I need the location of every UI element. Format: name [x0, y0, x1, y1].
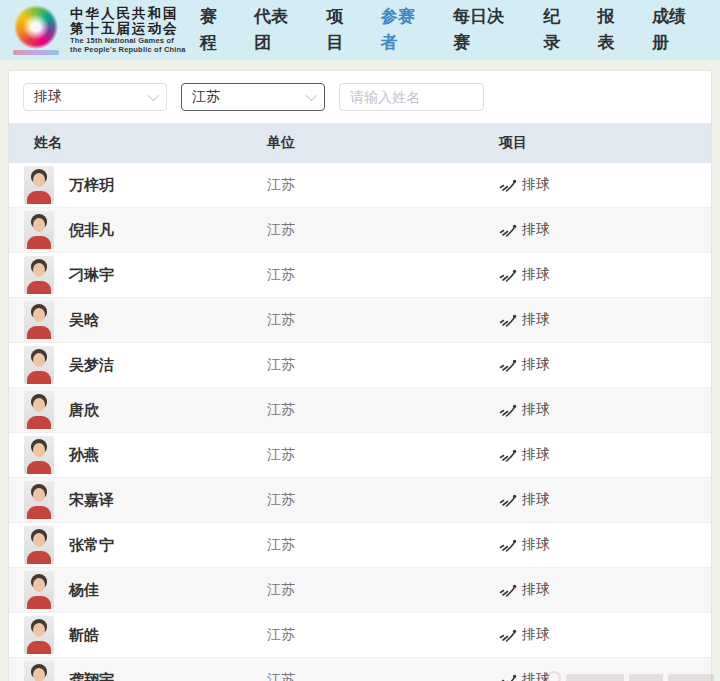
event-label: 排球	[522, 176, 550, 194]
nav-item-reports[interactable]: 报表	[598, 4, 618, 57]
chevron-down-icon	[306, 90, 317, 101]
table-row[interactable]: 靳皓 江苏 排球	[9, 613, 711, 658]
event-cell: 排球	[499, 536, 711, 554]
athlete-cell: 刁琳宇	[24, 256, 267, 294]
event-label: 排球	[522, 401, 550, 419]
table-row[interactable]: 吴梦洁 江苏 排球	[9, 343, 711, 388]
athlete-photo	[24, 616, 54, 654]
volleyball-icon	[499, 403, 517, 418]
table-row[interactable]: 倪非凡 江苏 排球	[9, 208, 711, 253]
athlete-name: 吴晗	[69, 311, 99, 330]
table-row[interactable]: 宋嘉译 江苏 排球	[9, 478, 711, 523]
table-header: 姓名 单位 项目	[9, 123, 711, 163]
table-row[interactable]: 孙燕 江苏 排球	[9, 433, 711, 478]
nav-item-participants[interactable]: 参赛者	[381, 4, 419, 57]
athlete-photo	[24, 391, 54, 429]
athlete-cell: 万梓玥	[24, 166, 267, 204]
volleyball-icon	[499, 628, 517, 643]
event-label: 排球	[522, 671, 550, 681]
table-row[interactable]: 唐欣 江苏 排球	[9, 388, 711, 433]
unit-cell: 江苏	[267, 446, 499, 464]
event-cell: 排球	[499, 671, 711, 681]
unit-cell: 江苏	[267, 311, 499, 329]
athlete-name: 靳皓	[69, 626, 99, 645]
event-label: 排球	[522, 221, 550, 239]
athlete-cell: 吴晗	[24, 301, 267, 339]
nav-item-records[interactable]: 纪录	[543, 4, 563, 57]
table-row[interactable]: 张常宁 江苏 排球	[9, 523, 711, 568]
athlete-photo	[24, 301, 54, 339]
athlete-photo	[24, 211, 54, 249]
athlete-photo	[24, 436, 54, 474]
athlete-photo	[24, 256, 54, 294]
nav-item-results-book[interactable]: 成绩册	[652, 4, 690, 57]
athlete-photo	[24, 526, 54, 564]
event-cell: 排球	[499, 401, 711, 419]
games-emblem-caption	[13, 50, 59, 55]
unit-cell: 江苏	[267, 401, 499, 419]
content-panel: 排球 江苏 姓名 单位 项目 万梓玥 江苏 排球	[8, 70, 712, 681]
athlete-photo	[24, 661, 54, 681]
unit-cell: 江苏	[267, 356, 499, 374]
nav-item-daily-finals[interactable]: 每日决赛	[453, 4, 509, 57]
volleyball-icon	[499, 448, 517, 463]
athlete-cell: 倪非凡	[24, 211, 267, 249]
athlete-name: 孙燕	[69, 446, 99, 465]
volleyball-icon	[499, 178, 517, 193]
column-header-event: 项目	[499, 134, 711, 152]
event-cell: 排球	[499, 176, 711, 194]
event-cell: 排球	[499, 221, 711, 239]
top-header: 中华人民共和国 第十五届运动会 The 15th National Games …	[0, 0, 720, 60]
volleyball-icon	[499, 538, 517, 553]
athlete-cell: 靳皓	[24, 616, 267, 654]
volleyball-icon	[499, 313, 517, 328]
athlete-cell: 宋嘉译	[24, 481, 267, 519]
unit-cell: 江苏	[267, 221, 499, 239]
table-row[interactable]: 龚翔宇 江苏 排球	[9, 658, 711, 681]
table-row[interactable]: 杨佳 江苏 排球	[9, 568, 711, 613]
event-label: 排球	[522, 491, 550, 509]
athlete-name: 杨佳	[69, 581, 99, 600]
athlete-cell: 龚翔宇	[24, 661, 267, 681]
table-row[interactable]: 刁琳宇 江苏 排球	[9, 253, 711, 298]
event-label: 排球	[522, 536, 550, 554]
nav-item-delegations[interactable]: 代表团	[254, 4, 292, 57]
filter-bar: 排球 江苏	[9, 71, 711, 123]
event-cell: 排球	[499, 626, 711, 644]
column-header-unit: 单位	[267, 134, 499, 152]
volleyball-icon	[499, 673, 517, 681]
athlete-name: 刁琳宇	[69, 266, 114, 285]
logo-title-line2: 第十五届运动会	[70, 21, 186, 37]
athlete-cell: 唐欣	[24, 391, 267, 429]
sport-select[interactable]: 排球	[23, 83, 167, 111]
unit-cell: 江苏	[267, 491, 499, 509]
event-label: 排球	[522, 266, 550, 284]
event-label: 排球	[522, 311, 550, 329]
games-emblem-icon	[14, 5, 58, 49]
unit-cell: 江苏	[267, 671, 499, 681]
region-select[interactable]: 江苏	[181, 83, 325, 111]
event-label: 排球	[522, 626, 550, 644]
logo-subtitle-line2: the People's Republic of China	[70, 46, 186, 55]
event-label: 排球	[522, 446, 550, 464]
volleyball-icon	[499, 268, 517, 283]
event-label: 排球	[522, 356, 550, 374]
main-nav: 赛程 代表团 项目 参赛者 每日决赛 纪录 报表 成绩册	[200, 4, 706, 57]
athlete-photo	[24, 166, 54, 204]
table-row[interactable]: 万梓玥 江苏 排球	[9, 163, 711, 208]
chevron-down-icon	[148, 90, 159, 101]
table-row[interactable]: 吴晗 江苏 排球	[9, 298, 711, 343]
volleyball-icon	[499, 583, 517, 598]
athlete-cell: 杨佳	[24, 571, 267, 609]
column-header-name: 姓名	[34, 134, 267, 152]
athlete-photo	[24, 346, 54, 384]
logo-title-line1: 中华人民共和国	[70, 6, 186, 22]
event-cell: 排球	[499, 491, 711, 509]
event-cell: 排球	[499, 311, 711, 329]
name-search-input[interactable]	[339, 83, 484, 111]
athlete-cell: 张常宁	[24, 526, 267, 564]
athlete-name: 万梓玥	[69, 176, 114, 195]
nav-item-schedule[interactable]: 赛程	[200, 4, 220, 57]
athlete-name: 唐欣	[69, 401, 99, 420]
nav-item-events[interactable]: 项目	[326, 4, 346, 57]
